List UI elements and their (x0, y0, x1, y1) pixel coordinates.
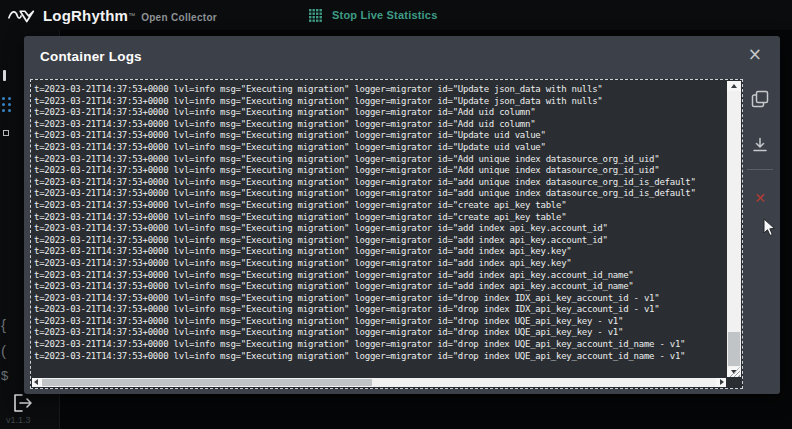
log-line: t=2023-03-21T14:37:53+0000 lvl=info msg=… (34, 142, 724, 154)
log-line: t=2023-03-21T14:37:53+0000 lvl=info msg=… (34, 119, 724, 131)
statistics-grid-icon (309, 9, 322, 22)
app-version: v1.1.3 (6, 415, 31, 425)
scroll-left-button[interactable] (32, 378, 42, 387)
mouse-cursor (763, 218, 776, 237)
log-line: t=2023-03-21T14:37:53+0000 lvl=info msg=… (34, 327, 724, 339)
log-line: t=2023-03-21T14:37:53+0000 lvl=info msg=… (34, 96, 724, 108)
log-line: t=2023-03-21T14:37:53+0000 lvl=info msg=… (34, 351, 724, 363)
modal-title: Container Logs (40, 49, 142, 64)
copy-icon (751, 90, 769, 108)
log-line: t=2023-03-21T14:37:53+0000 lvl=info msg=… (34, 177, 724, 189)
page: LogRhythm ™ Open Collector Stop Live Sta… (0, 0, 792, 429)
log-line: t=2023-03-21T14:37:53+0000 lvl=info msg=… (34, 200, 724, 212)
horizontal-scroll-thumb[interactable] (42, 379, 372, 386)
sidebar-brace-icon[interactable]: { (1, 316, 6, 333)
log-line: t=2023-03-21T14:37:53+0000 lvl=info msg=… (34, 235, 724, 247)
sidebar-pipeline-dots-icon[interactable] (2, 97, 12, 116)
log-textarea[interactable]: t=2023-03-21T14:37:53+0000 lvl=info msg=… (30, 79, 743, 389)
vertical-scroll-thumb[interactable] (728, 332, 740, 366)
log-line: t=2023-03-21T14:37:53+0000 lvl=info msg=… (34, 165, 724, 177)
stop-live-statistics-label: Stop Live Statistics (332, 9, 437, 21)
scroll-right-button[interactable] (716, 378, 726, 387)
vertical-scrollbar[interactable] (727, 81, 741, 377)
brand-trademark: ™ (128, 12, 135, 19)
logrhythm-logo: LogRhythm ™ Open Collector (8, 5, 217, 25)
log-tools: ✕ (746, 79, 774, 218)
sidebar-icon-top[interactable] (3, 70, 6, 81)
stop-live-statistics-button[interactable]: Stop Live Statistics (309, 9, 437, 22)
horizontal-scrollbar[interactable] (32, 378, 726, 387)
copy-logs-button[interactable] (746, 85, 774, 113)
app-header: LogRhythm ™ Open Collector Stop Live Sta… (0, 0, 792, 30)
log-line: t=2023-03-21T14:37:53+0000 lvl=info msg=… (34, 293, 724, 305)
container-logs-modal: Container Logs × t=2023-03-21T14:37:53+0… (24, 36, 780, 394)
log-line: t=2023-03-21T14:37:53+0000 lvl=info msg=… (34, 316, 724, 328)
delete-container-button[interactable]: ✕ (746, 184, 774, 212)
log-line: t=2023-03-21T14:37:53+0000 lvl=info msg=… (34, 339, 724, 351)
sidebar-dollar-icon[interactable]: $ (1, 368, 8, 383)
product-name: Open Collector (141, 12, 217, 23)
scroll-up-button[interactable] (727, 81, 741, 91)
sidebar-square-icon[interactable] (3, 130, 9, 136)
log-line: t=2023-03-21T14:37:53+0000 lvl=info msg=… (34, 258, 724, 270)
log-line: t=2023-03-21T14:37:53+0000 lvl=info msg=… (34, 84, 724, 96)
log-line: t=2023-03-21T14:37:53+0000 lvl=info msg=… (34, 246, 724, 258)
modal-close-button[interactable]: × (748, 46, 762, 63)
download-icon (752, 137, 768, 153)
log-line: t=2023-03-21T14:37:53+0000 lvl=info msg=… (34, 154, 724, 166)
log-line: t=2023-03-21T14:37:53+0000 lvl=info msg=… (34, 107, 724, 119)
logrhythm-logo-icon (8, 5, 38, 25)
sidebar-paren-icon[interactable]: ( (1, 342, 6, 359)
log-line: t=2023-03-21T14:37:53+0000 lvl=info msg=… (34, 223, 724, 235)
log-line: t=2023-03-21T14:37:53+0000 lvl=info msg=… (34, 304, 724, 316)
log-lines: t=2023-03-21T14:37:53+0000 lvl=info msg=… (34, 84, 724, 376)
log-line: t=2023-03-21T14:37:53+0000 lvl=info msg=… (34, 130, 724, 142)
log-line: t=2023-03-21T14:37:53+0000 lvl=info msg=… (34, 212, 724, 224)
tools-divider (747, 169, 773, 170)
log-line: t=2023-03-21T14:37:53+0000 lvl=info msg=… (34, 188, 724, 200)
logout-icon (13, 394, 33, 412)
log-line: t=2023-03-21T14:37:53+0000 lvl=info msg=… (34, 281, 724, 293)
download-logs-button[interactable] (746, 131, 774, 159)
logout-button[interactable] (13, 394, 33, 412)
log-line: t=2023-03-21T14:37:53+0000 lvl=info msg=… (34, 270, 724, 282)
brand-name: LogRhythm (43, 7, 128, 24)
